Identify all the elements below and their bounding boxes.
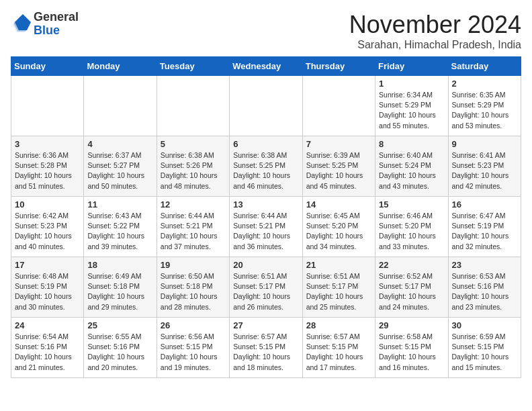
day-info: Sunrise: 6:53 AM Sunset: 5:16 PM Dayligh… [452,271,517,312]
day-number: 2 [452,79,517,89]
calendar-cell: 12Sunrise: 6:44 AM Sunset: 5:21 PM Dayli… [157,197,229,257]
day-info: Sunrise: 6:55 AM Sunset: 5:16 PM Dayligh… [87,332,152,373]
day-number: 6 [233,139,298,149]
logo-icon [11,14,31,34]
calendar-cell: 24Sunrise: 6:54 AM Sunset: 5:16 PM Dayli… [11,318,84,378]
calendar-cell: 26Sunrise: 6:56 AM Sunset: 5:15 PM Dayli… [157,318,229,378]
day-info: Sunrise: 6:44 AM Sunset: 5:21 PM Dayligh… [161,211,226,252]
location-subtitle: Sarahan, Himachal Pradesh, India [349,39,521,51]
calendar-cell: 17Sunrise: 6:48 AM Sunset: 5:19 PM Dayli… [11,257,84,318]
weekday-header-thursday: Thursday [302,57,375,76]
day-number: 27 [233,320,298,330]
weekday-header-tuesday: Tuesday [157,57,229,76]
day-number: 22 [379,260,444,270]
day-number: 19 [161,260,226,270]
calendar-cell: 8Sunrise: 6:40 AM Sunset: 5:24 PM Daylig… [375,136,448,197]
calendar-cell: 13Sunrise: 6:44 AM Sunset: 5:21 PM Dayli… [230,197,302,257]
day-number: 28 [306,320,371,330]
weekday-header-monday: Monday [84,57,157,76]
calendar-cell: 16Sunrise: 6:47 AM Sunset: 5:19 PM Dayli… [448,197,521,257]
calendar-cell [11,76,84,136]
calendar-cell: 30Sunrise: 6:59 AM Sunset: 5:15 PM Dayli… [448,318,521,378]
title-block: November 2024 Sarahan, Himachal Pradesh,… [349,11,521,51]
calendar-week-2: 3Sunrise: 6:36 AM Sunset: 5:28 PM Daylig… [11,136,521,197]
calendar-cell: 29Sunrise: 6:58 AM Sunset: 5:15 PM Dayli… [375,318,448,378]
calendar-week-1: 1Sunrise: 6:34 AM Sunset: 5:29 PM Daylig… [11,76,521,136]
calendar-cell: 10Sunrise: 6:42 AM Sunset: 5:23 PM Dayli… [11,197,84,257]
day-number: 4 [87,139,152,149]
calendar-cell: 2Sunrise: 6:35 AM Sunset: 5:29 PM Daylig… [448,76,521,136]
day-number: 14 [306,199,371,210]
calendar-cell: 6Sunrise: 6:38 AM Sunset: 5:25 PM Daylig… [230,136,302,197]
calendar-week-5: 24Sunrise: 6:54 AM Sunset: 5:16 PM Dayli… [11,318,521,378]
day-info: Sunrise: 6:39 AM Sunset: 5:25 PM Dayligh… [306,150,371,191]
day-info: Sunrise: 6:51 AM Sunset: 5:17 PM Dayligh… [306,271,371,312]
day-number: 30 [452,320,517,330]
day-info: Sunrise: 6:37 AM Sunset: 5:27 PM Dayligh… [87,150,152,191]
calendar-cell: 7Sunrise: 6:39 AM Sunset: 5:25 PM Daylig… [302,136,375,197]
day-number: 16 [452,199,517,210]
day-info: Sunrise: 6:50 AM Sunset: 5:18 PM Dayligh… [161,271,226,312]
calendar-cell: 23Sunrise: 6:53 AM Sunset: 5:16 PM Dayli… [448,257,521,318]
logo: General Blue [11,11,79,38]
weekday-header-sunday: Sunday [11,57,84,76]
day-info: Sunrise: 6:38 AM Sunset: 5:25 PM Dayligh… [233,150,298,191]
calendar-cell: 28Sunrise: 6:57 AM Sunset: 5:15 PM Dayli… [302,318,375,378]
day-info: Sunrise: 6:54 AM Sunset: 5:16 PM Dayligh… [15,332,80,373]
calendar-cell [84,76,157,136]
day-number: 26 [161,320,226,330]
day-number: 24 [15,320,80,330]
calendar-cell: 15Sunrise: 6:46 AM Sunset: 5:20 PM Dayli… [375,197,448,257]
calendar-cell [157,76,229,136]
day-number: 8 [379,139,444,149]
day-info: Sunrise: 6:56 AM Sunset: 5:15 PM Dayligh… [161,332,226,373]
weekday-header-saturday: Saturday [448,57,521,76]
day-info: Sunrise: 6:49 AM Sunset: 5:18 PM Dayligh… [87,271,152,312]
page-header: General Blue November 2024 Sarahan, Hima… [11,11,521,51]
day-info: Sunrise: 6:48 AM Sunset: 5:19 PM Dayligh… [15,271,80,312]
calendar-week-3: 10Sunrise: 6:42 AM Sunset: 5:23 PM Dayli… [11,197,521,257]
day-number: 13 [233,199,298,210]
day-info: Sunrise: 6:35 AM Sunset: 5:29 PM Dayligh… [452,90,517,131]
day-info: Sunrise: 6:41 AM Sunset: 5:23 PM Dayligh… [452,150,517,191]
calendar-cell: 18Sunrise: 6:49 AM Sunset: 5:18 PM Dayli… [84,257,157,318]
day-info: Sunrise: 6:58 AM Sunset: 5:15 PM Dayligh… [379,332,444,373]
logo-text: General Blue [34,11,79,38]
calendar-cell: 5Sunrise: 6:38 AM Sunset: 5:26 PM Daylig… [157,136,229,197]
weekday-header-friday: Friday [375,57,448,76]
calendar-week-4: 17Sunrise: 6:48 AM Sunset: 5:19 PM Dayli… [11,257,521,318]
day-info: Sunrise: 6:45 AM Sunset: 5:20 PM Dayligh… [306,211,371,252]
calendar-cell: 11Sunrise: 6:43 AM Sunset: 5:22 PM Dayli… [84,197,157,257]
calendar-cell: 21Sunrise: 6:51 AM Sunset: 5:17 PM Dayli… [302,257,375,318]
day-number: 25 [87,320,152,330]
day-info: Sunrise: 6:47 AM Sunset: 5:19 PM Dayligh… [452,211,517,252]
weekday-row: SundayMondayTuesdayWednesdayThursdayFrid… [11,57,521,76]
calendar-cell: 4Sunrise: 6:37 AM Sunset: 5:27 PM Daylig… [84,136,157,197]
weekday-header-wednesday: Wednesday [230,57,302,76]
day-info: Sunrise: 6:34 AM Sunset: 5:29 PM Dayligh… [379,90,444,131]
day-number: 20 [233,260,298,270]
calendar-cell: 3Sunrise: 6:36 AM Sunset: 5:28 PM Daylig… [11,136,84,197]
calendar-table: SundayMondayTuesdayWednesdayThursdayFrid… [11,56,521,378]
day-info: Sunrise: 6:57 AM Sunset: 5:15 PM Dayligh… [306,332,371,373]
day-number: 21 [306,260,371,270]
day-number: 12 [161,199,226,210]
day-info: Sunrise: 6:42 AM Sunset: 5:23 PM Dayligh… [15,211,80,252]
day-info: Sunrise: 6:46 AM Sunset: 5:20 PM Dayligh… [379,211,444,252]
calendar-cell: 27Sunrise: 6:57 AM Sunset: 5:15 PM Dayli… [230,318,302,378]
day-info: Sunrise: 6:44 AM Sunset: 5:21 PM Dayligh… [233,211,298,252]
day-number: 7 [306,139,371,149]
day-info: Sunrise: 6:43 AM Sunset: 5:22 PM Dayligh… [87,211,152,252]
day-number: 1 [379,79,444,89]
day-number: 11 [87,199,152,210]
calendar-cell: 25Sunrise: 6:55 AM Sunset: 5:16 PM Dayli… [84,318,157,378]
day-number: 17 [15,260,80,270]
month-title: November 2024 [349,11,521,39]
calendar-cell: 1Sunrise: 6:34 AM Sunset: 5:29 PM Daylig… [375,76,448,136]
calendar-cell: 22Sunrise: 6:52 AM Sunset: 5:17 PM Dayli… [375,257,448,318]
calendar-cell: 9Sunrise: 6:41 AM Sunset: 5:23 PM Daylig… [448,136,521,197]
day-info: Sunrise: 6:52 AM Sunset: 5:17 PM Dayligh… [379,271,444,312]
day-info: Sunrise: 6:38 AM Sunset: 5:26 PM Dayligh… [161,150,226,191]
calendar-header: SundayMondayTuesdayWednesdayThursdayFrid… [11,57,521,76]
calendar-cell: 20Sunrise: 6:51 AM Sunset: 5:17 PM Dayli… [230,257,302,318]
